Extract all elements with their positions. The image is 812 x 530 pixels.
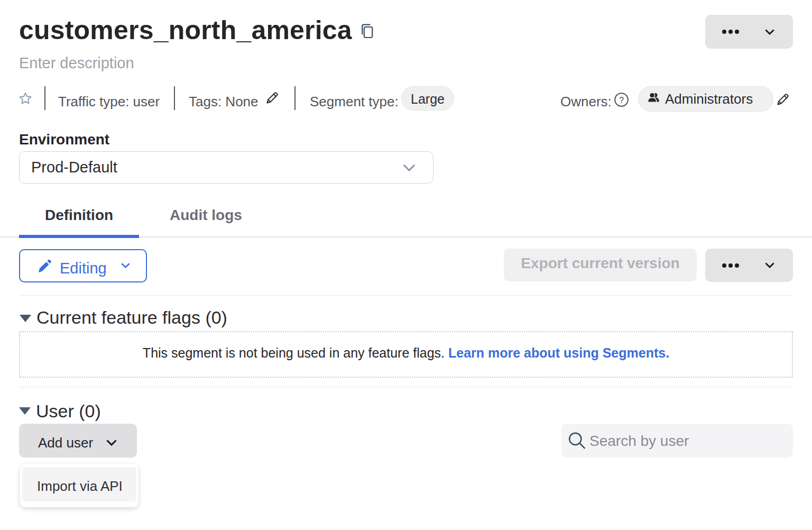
svg-text:?: ? xyxy=(619,95,624,105)
